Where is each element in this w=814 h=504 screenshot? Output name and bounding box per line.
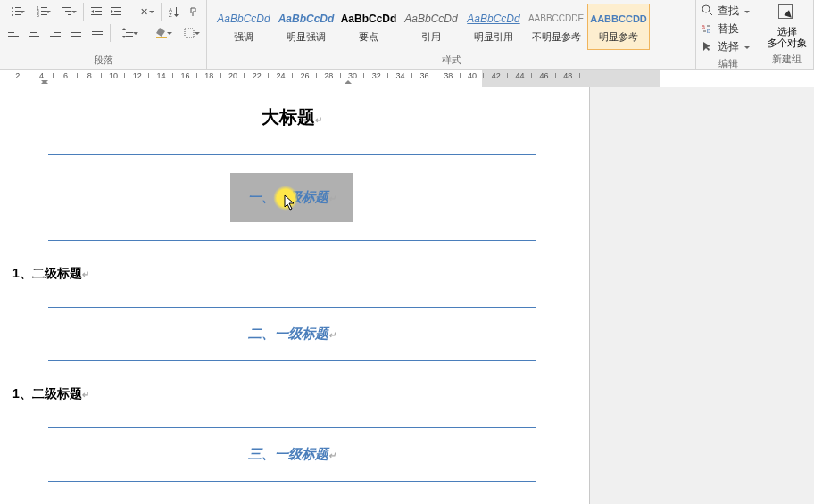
ruler-minor-tick <box>196 73 197 78</box>
svg-rect-32 <box>29 29 39 29</box>
style-preview: AaBbCcDd <box>467 11 519 27</box>
ruler-minor-tick <box>292 73 293 78</box>
heading1-b[interactable]: 二、一级标题↵ <box>48 307 536 361</box>
svg-rect-17 <box>91 14 102 15</box>
ruler-tick: 28 <box>328 73 328 77</box>
svg-marker-58 <box>285 195 294 210</box>
document-area: 大标题↵ 一、一级标题↵ 1、二级标题↵ 二、一级标题↵ 1、二级标题↵ 三、一… <box>0 87 814 504</box>
bullet-list-icon[interactable] <box>4 2 28 21</box>
select-label: 选择 <box>718 39 739 54</box>
ruler-minor-tick <box>555 73 556 78</box>
replace-button[interactable]: ab替换 <box>700 20 756 37</box>
ruler-minor-tick <box>53 73 54 78</box>
ruler-minor-tick <box>29 73 29 78</box>
shading-icon[interactable] <box>149 23 175 43</box>
decrease-indent-icon[interactable] <box>87 2 105 21</box>
svg-rect-14 <box>68 14 71 15</box>
newgroup-label: 新建组 <box>772 51 802 68</box>
ruler-tick: 30 <box>352 73 353 77</box>
ruler-tick: 24 <box>280 73 281 77</box>
show-marks-icon[interactable] <box>185 2 203 21</box>
document-page[interactable]: 大标题↵ 一、一级标题↵ 1、二级标题↵ 二、一级标题↵ 1、二级标题↵ 三、一… <box>0 87 589 504</box>
svg-marker-49 <box>122 36 126 38</box>
align-center-icon[interactable] <box>24 23 43 43</box>
increase-indent-icon[interactable] <box>107 2 125 21</box>
svg-text:Z: Z <box>169 12 172 17</box>
heading1-a[interactable]: 一、一级标题↵ <box>48 154 536 241</box>
ruler-tick: 46 <box>543 73 544 77</box>
style-tile-6[interactable]: AABBCCDD明显参考 <box>587 4 650 50</box>
select-objects-icon[interactable] <box>777 3 798 24</box>
select-objects-line1[interactable]: 选择 <box>768 26 807 37</box>
svg-rect-51 <box>185 29 194 37</box>
ruler-minor-tick <box>316 73 317 78</box>
svg-text:✕: ✕ <box>140 6 148 17</box>
style-tile-2[interactable]: AaBbCcDd要点 <box>337 4 400 50</box>
sort-icon[interactable]: AZ <box>165 2 183 21</box>
svg-rect-5 <box>15 14 21 15</box>
svg-rect-29 <box>8 29 19 29</box>
svg-rect-20 <box>114 11 121 12</box>
asian-layout-icon[interactable]: ✕ <box>133 2 157 21</box>
ruler-minor-tick <box>244 73 245 78</box>
indent-marker-bottom[interactable] <box>41 80 48 87</box>
svg-rect-37 <box>50 36 61 37</box>
svg-marker-22 <box>111 10 113 13</box>
ruler-minor-tick <box>268 73 269 78</box>
svg-marker-57 <box>703 42 710 51</box>
align-left-icon[interactable] <box>4 23 22 43</box>
paragraph-group: 123 ✕ AZ <box>0 0 207 69</box>
svg-rect-47 <box>126 36 133 37</box>
style-tile-0[interactable]: AaBbCcDd强调 <box>212 4 275 50</box>
svg-rect-46 <box>126 32 133 33</box>
ruler-tick: 26 <box>303 73 304 77</box>
select-button[interactable]: 选择 <box>700 37 756 55</box>
svg-rect-45 <box>126 29 133 29</box>
align-justify-icon[interactable] <box>66 23 85 43</box>
svg-marker-18 <box>91 10 94 13</box>
svg-rect-15 <box>91 7 102 8</box>
svg-text:b: b <box>707 28 710 34</box>
style-tile-1[interactable]: AaBbCcDd明显强调 <box>275 4 337 50</box>
ruler-tick: 34 <box>400 73 401 77</box>
svg-rect-43 <box>92 34 103 35</box>
style-tile-4[interactable]: AaBbCcDd明显引用 <box>462 4 525 50</box>
style-tile-5[interactable]: AABBCCDDE不明显参考 <box>525 4 587 50</box>
align-distribute-icon[interactable] <box>87 23 106 43</box>
ruler-tick: 14 <box>161 73 162 77</box>
ruler-minor-tick <box>579 73 580 78</box>
svg-rect-21 <box>111 14 121 15</box>
ruler-tick: 12 <box>137 73 137 77</box>
horizontal-ruler[interactable]: 2468101214161820222426283032343638404244… <box>0 70 814 87</box>
ruler-tick: 20 <box>232 73 233 77</box>
svg-rect-33 <box>30 32 37 33</box>
editing-group: 查找 ab替换 选择 编辑 <box>696 0 760 69</box>
find-button[interactable]: 查找 <box>700 2 756 20</box>
doc-main-title[interactable]: 大标题↵ <box>48 105 536 129</box>
style-preview: AABBCCDD <box>590 11 647 27</box>
align-right-icon[interactable] <box>46 23 64 43</box>
select-objects-line2[interactable]: 多个对象 <box>768 37 807 49</box>
multilevel-list-icon[interactable] <box>55 2 79 21</box>
heading2-a[interactable]: 1、二级标题↵ <box>12 266 536 282</box>
heading2-b[interactable]: 1、二级标题↵ <box>12 386 536 402</box>
style-label: 明显强调 <box>287 30 326 44</box>
svg-text:3: 3 <box>37 12 39 17</box>
ruler-minor-tick <box>101 73 102 78</box>
style-preview: AABBCCDDE <box>528 11 584 27</box>
ruler-minor-tick <box>172 73 173 78</box>
style-preview: AaBbCcDd <box>404 11 457 27</box>
ruler-tick: 16 <box>184 73 185 77</box>
svg-rect-28 <box>195 12 195 16</box>
ruler-tick: 36 <box>423 73 424 77</box>
border-icon[interactable] <box>177 23 203 43</box>
svg-rect-42 <box>92 31 103 32</box>
number-list-icon[interactable]: 123 <box>29 2 54 21</box>
style-tile-3[interactable]: AaBbCcDd引用 <box>400 4 462 50</box>
heading1-c[interactable]: 三、一级标题↵ <box>48 427 536 482</box>
line-spacing-icon[interactable] <box>114 23 140 43</box>
svg-rect-26 <box>176 7 177 15</box>
ruler-tick: 44 <box>519 73 520 77</box>
ruler-minor-tick <box>436 73 436 78</box>
styles-gallery[interactable]: AaBbCcDd强调AaBbCcDd明显强调AaBbCcDd要点AaBbCcDd… <box>211 2 692 52</box>
